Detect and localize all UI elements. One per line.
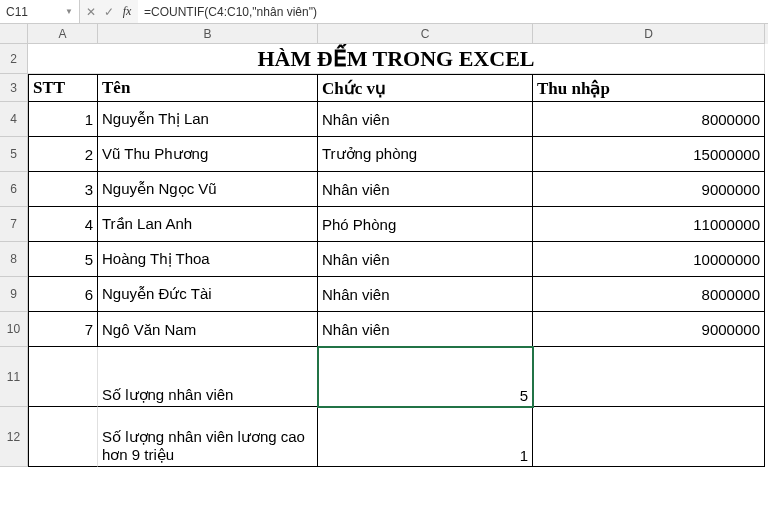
row-header[interactable]: 2 [0, 44, 28, 74]
hdr-ten[interactable]: Tên [98, 74, 318, 102]
cell-stt[interactable]: 3 [28, 172, 98, 207]
column-headers: A B C D [0, 24, 768, 44]
row-header[interactable]: 9 [0, 277, 28, 312]
cell-cv[interactable]: Trưởng phòng [318, 137, 533, 172]
formula-buttons: ✕ ✓ fx [80, 0, 138, 23]
table-row: 4 1 Nguyễn Thị Lan Nhân viên 8000000 [0, 102, 768, 137]
cell-stt[interactable]: 1 [28, 102, 98, 137]
rows: 2 HÀM ĐẾM TRONG EXCEL 3 STT Tên Chức vụ … [0, 44, 768, 467]
cell-stt[interactable]: 2 [28, 137, 98, 172]
table-row: 9 6 Nguyễn Đức Tài Nhân viên 8000000 [0, 277, 768, 312]
formula-text: =COUNTIF(C4:C10,"nhân viên") [144, 5, 317, 19]
title-text: HÀM ĐẾM TRONG EXCEL [258, 46, 535, 72]
cell-tn[interactable]: 8000000 [533, 102, 765, 137]
summary-label[interactable]: Số lượng nhân viên lương cao hơn 9 triệu [98, 407, 318, 467]
hdr-stt[interactable]: STT [28, 74, 98, 102]
row-header[interactable]: 6 [0, 172, 28, 207]
row-header[interactable]: 10 [0, 312, 28, 347]
cell-ten[interactable]: Nguyễn Ngọc Vũ [98, 172, 318, 207]
cell-stt[interactable]: 5 [28, 242, 98, 277]
select-all-corner[interactable] [0, 24, 28, 44]
name-box[interactable]: C11 ▼ [0, 0, 80, 23]
cell-cv[interactable]: Nhân viên [318, 102, 533, 137]
row-header[interactable]: 4 [0, 102, 28, 137]
formula-bar: C11 ▼ ✕ ✓ fx =COUNTIF(C4:C10,"nhân viên"… [0, 0, 768, 24]
spreadsheet-grid: A B C D 2 HÀM ĐẾM TRONG EXCEL 3 STT Tên … [0, 24, 768, 467]
cell-stt[interactable]: 6 [28, 277, 98, 312]
cell-cv[interactable]: Nhân viên [318, 242, 533, 277]
table-row: 5 2 Vũ Thu Phương Trưởng phòng 15000000 [0, 137, 768, 172]
cell-ten[interactable]: Nguyễn Thị Lan [98, 102, 318, 137]
cell-stt[interactable]: 4 [28, 207, 98, 242]
row-header[interactable]: 11 [0, 347, 28, 407]
cell-ten[interactable]: Hoàng Thị Thoa [98, 242, 318, 277]
cell-cv[interactable]: Nhân viên [318, 277, 533, 312]
fx-icon[interactable]: fx [118, 4, 136, 19]
summary-value[interactable]: 1 [318, 407, 533, 467]
header-row: 3 STT Tên Chức vụ Thu nhập [0, 74, 768, 102]
hdr-tn[interactable]: Thu nhập [533, 74, 765, 102]
summary-row: 12 Số lượng nhân viên lương cao hơn 9 tr… [0, 407, 768, 467]
row-header[interactable]: 5 [0, 137, 28, 172]
cell-cv[interactable]: Nhân viên [318, 312, 533, 347]
cell-tn[interactable]: 11000000 [533, 207, 765, 242]
cell-ten[interactable]: Vũ Thu Phương [98, 137, 318, 172]
cell-tn[interactable]: 10000000 [533, 242, 765, 277]
row-header[interactable]: 3 [0, 74, 28, 102]
table-row: 6 3 Nguyễn Ngọc Vũ Nhân viên 9000000 [0, 172, 768, 207]
cell-cv[interactable]: Phó Phòng [318, 207, 533, 242]
summary-label[interactable]: Số lượng nhân viên [98, 347, 318, 407]
col-header-a[interactable]: A [28, 24, 98, 44]
cell-stt[interactable]: 7 [28, 312, 98, 347]
cell-tn[interactable]: 8000000 [533, 277, 765, 312]
table-row: 10 7 Ngô Văn Nam Nhân viên 9000000 [0, 312, 768, 347]
cell-ten[interactable]: Trần Lan Anh [98, 207, 318, 242]
title-row: 2 HÀM ĐẾM TRONG EXCEL [0, 44, 768, 74]
cell-empty[interactable] [28, 407, 98, 467]
row-header[interactable]: 12 [0, 407, 28, 467]
col-header-c[interactable]: C [318, 24, 533, 44]
col-header-d[interactable]: D [533, 24, 765, 44]
name-box-text: C11 [6, 5, 28, 19]
formula-input[interactable]: =COUNTIF(C4:C10,"nhân viên") [138, 0, 768, 23]
table-row: 8 5 Hoàng Thị Thoa Nhân viên 10000000 [0, 242, 768, 277]
title-cell[interactable]: HÀM ĐẾM TRONG EXCEL [28, 44, 765, 74]
table-row: 7 4 Trần Lan Anh Phó Phòng 11000000 [0, 207, 768, 242]
row-header[interactable]: 8 [0, 242, 28, 277]
col-header-b[interactable]: B [98, 24, 318, 44]
chevron-down-icon[interactable]: ▼ [65, 7, 73, 16]
summary-value-selected[interactable]: 5 [318, 347, 533, 407]
hdr-cv[interactable]: Chức vụ [318, 74, 533, 102]
check-icon[interactable]: ✓ [100, 5, 118, 19]
row-header[interactable]: 7 [0, 207, 28, 242]
cell-empty[interactable] [28, 347, 98, 407]
cancel-icon[interactable]: ✕ [82, 5, 100, 19]
cell-tn[interactable]: 15000000 [533, 137, 765, 172]
cell-tn[interactable]: 9000000 [533, 312, 765, 347]
summary-row: 11 Số lượng nhân viên 5 [0, 347, 768, 407]
cell-ten[interactable]: Nguyễn Đức Tài [98, 277, 318, 312]
cell-empty[interactable] [533, 347, 765, 407]
cell-tn[interactable]: 9000000 [533, 172, 765, 207]
cell-empty[interactable] [533, 407, 765, 467]
cell-ten[interactable]: Ngô Văn Nam [98, 312, 318, 347]
cell-cv[interactable]: Nhân viên [318, 172, 533, 207]
